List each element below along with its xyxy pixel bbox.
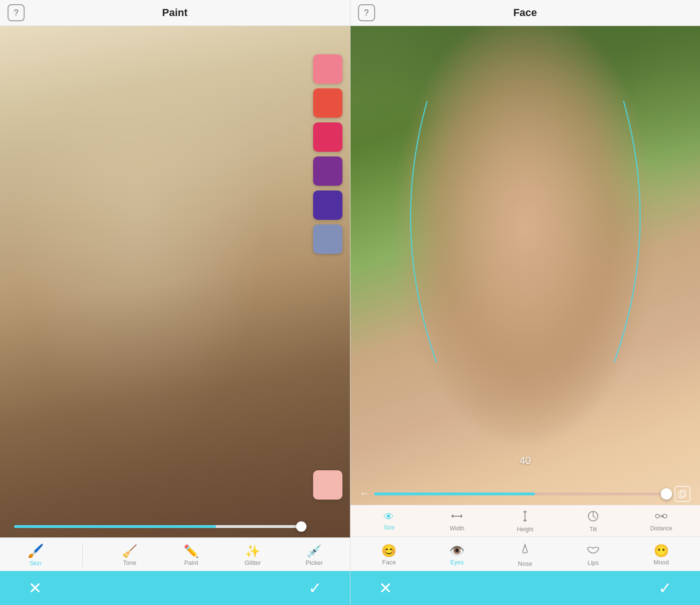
- paint-confirm-button[interactable]: ✓: [308, 579, 322, 597]
- eyes-subtabs-row: 👁 Size Width Height Tilt Distance: [350, 505, 700, 536]
- face-copy-button[interactable]: [674, 486, 691, 502]
- svg-rect-0: [679, 492, 684, 498]
- distance-icon: [655, 511, 667, 523]
- paint-slider-thumb[interactable]: [296, 521, 306, 532]
- tool-face[interactable]: 😊 Face: [372, 544, 405, 566]
- tone-icon: 🧹: [122, 545, 137, 557]
- color-swatch-pink-light[interactable]: [313, 54, 342, 84]
- tool-eyes[interactable]: 👁️ Eyes: [440, 544, 473, 566]
- tool-mood-label: Mood: [654, 559, 669, 566]
- face-slider-track: [374, 493, 535, 495]
- color-swatch-purple[interactable]: [313, 156, 342, 186]
- paint-photo-overlay: [0, 26, 350, 537]
- subtab-height-label: Height: [517, 526, 534, 533]
- face-photo: [350, 26, 700, 505]
- subtab-size-label: Size: [384, 524, 394, 531]
- color-swatches-list: [313, 54, 342, 254]
- face-title: Face: [513, 7, 537, 19]
- subtab-size[interactable]: 👁 Size: [370, 512, 408, 531]
- tool-glitter-label: Glitter: [245, 559, 261, 566]
- face-tool-icon: 😊: [381, 544, 396, 557]
- paint-panel: ? Paint 🖌️ Skin: [0, 0, 350, 605]
- subtab-tilt[interactable]: Tilt: [574, 510, 612, 533]
- face-image-area[interactable]: 40 ←: [350, 26, 700, 505]
- tool-mood[interactable]: 😶 Mood: [645, 544, 678, 566]
- paint-brush-size-slider[interactable]: [14, 525, 303, 528]
- face-slider-arrow-icon: ←: [360, 488, 369, 499]
- face-photo-overlay: [350, 26, 700, 505]
- glitter-icon: ✨: [245, 545, 260, 557]
- paint-image-area[interactable]: [0, 26, 350, 537]
- face-slider-thumb[interactable]: [661, 488, 672, 500]
- paint-tools-row: 🖌️ Skin 🧹 Tone ✏️ Paint ✨ Glitter 💉 Pick…: [0, 537, 350, 571]
- subtab-width[interactable]: Width: [438, 511, 476, 532]
- subtab-height[interactable]: Height: [506, 510, 544, 533]
- tool-lips[interactable]: Lips: [577, 544, 610, 566]
- tool-tone-label: Tone: [123, 559, 136, 566]
- face-tools-row: 😊 Face 👁️ Eyes Nose Lips 😶 Mood: [350, 536, 700, 571]
- tool-nose[interactable]: Nose: [508, 543, 542, 567]
- tool-paint[interactable]: ✏️ Paint: [175, 545, 208, 566]
- color-swatch-coral[interactable]: [313, 88, 342, 118]
- face-panel: ? Face 40 ←: [350, 0, 700, 605]
- svg-point-3: [656, 514, 659, 518]
- face-bottom-bar: ✕ ✓: [350, 571, 700, 605]
- paint-header: ? Paint: [0, 0, 350, 26]
- color-swatch-blue-purple[interactable]: [313, 190, 342, 220]
- face-header: ? Face: [350, 0, 700, 26]
- svg-point-4: [663, 514, 667, 518]
- paint-title: Paint: [162, 7, 188, 19]
- selected-color-preview[interactable]: [313, 470, 342, 500]
- copy-icon: [678, 490, 687, 498]
- paint-photo: [0, 26, 350, 537]
- tool-skin[interactable]: 🖌️ Skin: [19, 544, 52, 567]
- tool-face-label: Face: [382, 559, 396, 566]
- paint-icon: ✏️: [184, 545, 199, 557]
- face-cancel-button[interactable]: ✕: [379, 579, 392, 597]
- face-help-button[interactable]: ?: [358, 4, 375, 21]
- nose-tool-icon: [518, 543, 532, 558]
- tool-picker[interactable]: 💉 Picker: [298, 545, 331, 566]
- face-slider-value: 40: [519, 455, 531, 467]
- subtab-tilt-label: Tilt: [589, 526, 597, 533]
- picker-icon: 💉: [306, 545, 322, 557]
- tool-picker-label: Picker: [306, 559, 323, 566]
- tilt-icon: [587, 510, 599, 524]
- tool-skin-label: Skin: [29, 560, 41, 567]
- tool-tone[interactable]: 🧹 Tone: [113, 545, 146, 566]
- paint-slider-track: [14, 525, 216, 528]
- face-confirm-button[interactable]: ✓: [658, 579, 672, 597]
- tool-paint-label: Paint: [184, 559, 198, 566]
- tool-nose-label: Nose: [518, 560, 532, 567]
- lips-tool-icon: [586, 544, 600, 557]
- paint-bottom-bar: ✕ ✓: [0, 571, 350, 605]
- size-icon: 👁: [384, 512, 394, 522]
- width-icon: [451, 511, 463, 523]
- color-swatch-hot-pink[interactable]: [313, 122, 342, 152]
- svg-rect-1: [681, 490, 686, 496]
- face-size-slider[interactable]: ←: [374, 493, 667, 495]
- subtab-width-label: Width: [450, 525, 464, 532]
- tool-eyes-label: Eyes: [450, 559, 464, 566]
- tool-divider: [82, 544, 83, 567]
- tool-glitter[interactable]: ✨ Glitter: [236, 545, 269, 566]
- mood-tool-icon: 😶: [654, 544, 669, 557]
- paint-help-button[interactable]: ?: [8, 4, 25, 21]
- paint-cancel-button[interactable]: ✕: [28, 579, 42, 597]
- skin-icon: 🖌️: [27, 544, 44, 558]
- color-swatch-slate-blue[interactable]: [313, 225, 342, 254]
- subtab-distance-label: Distance: [650, 525, 673, 532]
- eyes-tool-icon: 👁️: [449, 544, 464, 557]
- subtab-distance[interactable]: Distance: [642, 511, 680, 532]
- tool-lips-label: Lips: [587, 559, 599, 566]
- height-icon: [520, 510, 530, 524]
